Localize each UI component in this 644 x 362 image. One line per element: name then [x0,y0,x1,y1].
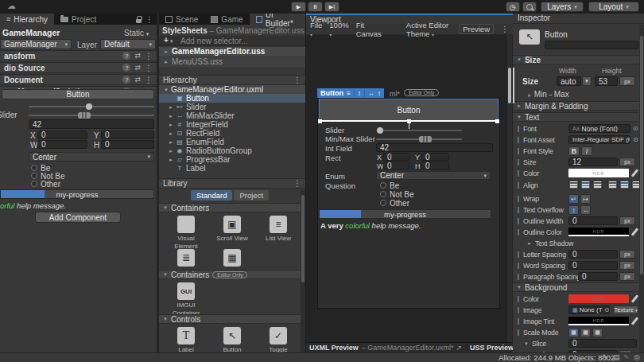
font-asset-object-field[interactable]: Inter-Regular SDF (F [568,135,630,144]
foldout-icon[interactable]: ► [169,123,173,127]
height-field[interactable]: 53 [595,76,618,86]
add-component-button[interactable]: Add Component [35,212,121,223]
tab-ui-builder[interactable]: UI Builder* [250,14,305,25]
component-transform[interactable]: ansform?⇄⋮ [0,50,157,61]
layout-dropdown[interactable]: Layout▾ [588,2,639,12]
image-type-dropdown[interactable]: Texture▾ [613,306,638,314]
bold-button[interactable]: B [568,146,580,156]
element-name-field[interactable] [545,41,638,49]
open-external-icon[interactable]: ↗ [453,344,464,352]
status-check-icon[interactable]: ◎ [634,353,640,361]
x-field[interactable]: 0 [37,130,87,139]
paragraph-spacing-field[interactable]: 0 [578,272,618,281]
library-tab-project[interactable]: Project [234,190,269,200]
word-spacing-field[interactable]: 0 [568,261,618,270]
library-tab-standard[interactable]: Standard [191,190,233,200]
uxml-preview-title[interactable]: UXML Preview [306,344,359,352]
foldout-icon[interactable]: ► [169,158,173,162]
radio-not-be[interactable] [380,191,386,197]
preset-icon[interactable]: ⇄ [134,64,141,72]
unit-dropdown[interactable]: px [619,216,635,225]
library-item-visual-element[interactable]: Visual Element [164,216,208,250]
controls-section-header[interactable]: ▼Controls [159,314,305,324]
inspector-scrollbar[interactable] [639,25,644,352]
unit-dropdown[interactable]: px [619,250,635,259]
canvas-int-field[interactable]: 42 [376,143,493,152]
uss-preview-title[interactable]: USS Preview [470,344,514,352]
font-object-field[interactable]: AaNone (Font) [568,124,630,133]
overflow-clip-button[interactable]: ↕ [568,205,579,215]
margin-padding-header[interactable]: ►Margin & Padding [513,101,644,111]
eyedropper-icon[interactable] [631,228,638,235]
tree-item-label[interactable]: TLabel [159,164,305,173]
letter-spacing-field[interactable]: 0 [568,250,618,259]
italic-button[interactable]: I [581,146,592,156]
text-section-header[interactable]: ▼Text [513,112,644,122]
object-picker-icon[interactable]: ⊙ [633,125,638,132]
canvas-enum-dropdown[interactable]: Center▾ [376,171,491,180]
kebab-icon[interactable]: ⋮ [293,179,301,188]
foldout-icon[interactable]: ► [164,60,169,64]
library-item-list-view[interactable]: ≡List View [256,216,301,243]
y-field[interactable]: 0 [101,130,154,139]
layer-dropdown[interactable]: Default▾ [100,39,156,49]
radio-other[interactable] [31,181,37,187]
x-field[interactable]: 0 [383,153,409,161]
w-field[interactable]: 0 [37,140,87,149]
width-unit-dropdown[interactable]: ▾ [582,76,592,86]
wrap-off-button[interactable]: ↦ [580,194,591,204]
viewport-scrollbar[interactable] [507,35,512,342]
foldout-icon[interactable]: ▼ [164,88,169,92]
slice-row[interactable]: ▼Slice 0 [513,338,644,348]
enum-dropdown[interactable]: Center▾ [29,152,154,162]
size-section-header[interactable]: ▼Size [513,55,644,64]
tree-item-slider[interactable]: ►⊷Slider [159,103,305,111]
scale-stretch-button[interactable]: ▦ [568,328,579,337]
help-icon[interactable]: ? [122,64,130,72]
wrap-on-button[interactable]: ↵ [568,194,579,204]
layers-dropdown[interactable]: Layers▾ [541,2,584,12]
image-tint-swatch[interactable]: HDR [568,317,629,325]
tree-item-radiobuttongroup[interactable]: ►◉RadioButtonGroup [159,146,305,155]
tab-game[interactable]: Game [204,14,249,25]
slider-knob[interactable] [86,103,92,110]
radio-be[interactable] [380,182,386,189]
unit-dropdown[interactable]: px [619,261,635,270]
object-picker-icon[interactable]: ⊙ [633,136,638,143]
play-button[interactable]: ▶ [291,2,306,12]
radio-be[interactable] [31,165,37,171]
preview-toggle[interactable]: Preview [459,24,494,34]
inspector-slider[interactable] [29,106,154,107]
library-item-scroll-view[interactable]: ▣Scroll View [210,216,254,243]
outline-color-swatch[interactable]: HDR [568,228,629,236]
add-selector-input[interactable]: Add new selector... [180,37,248,45]
selection-header[interactable]: Button ≡ ↕ ↔ ↕ [317,88,384,98]
minmax-handle[interactable] [78,112,91,119]
preset-icon[interactable]: ⇄ [134,52,141,60]
align-right-button[interactable] [592,180,603,189]
library-item-button-control[interactable]: ↖Button [210,327,254,354]
w-field[interactable]: 0 [383,162,409,169]
undo-history-button[interactable]: ◷ [506,2,520,12]
inspector-preview-button[interactable]: Button [2,89,154,99]
overflow-ellipsis-button[interactable]: ↔ [580,205,591,215]
edit-icon[interactable]: ✎ [602,353,608,361]
tree-item-enumfield[interactable]: ►▤EnumField [159,138,305,146]
radio-other[interactable] [380,200,386,206]
stretch-icon[interactable]: ↕ [378,90,381,97]
foldout-icon[interactable]: ► [169,149,173,154]
horizontal-resize-icon[interactable]: ↔ [364,90,374,97]
resize-handle-right[interactable] [495,119,499,123]
component-audio-source[interactable]: dio Source?⇄⋮ [0,62,157,73]
tree-item-progressbar[interactable]: ►▱ProgressBar [159,155,305,164]
canvas-slider[interactable] [376,130,462,131]
font-size-field[interactable]: 12 [568,158,618,166]
zoom-dropdown[interactable]: 100% ▾ [329,21,348,38]
edit-disabled-icon[interactable]: ✎ [623,353,630,361]
h-field[interactable]: 0 [421,162,449,169]
component-ui-document[interactable]: Document?⇄⋮ [0,74,157,85]
tab-scene[interactable]: Scene [159,14,204,25]
min-max-foldout[interactable]: ► Min - Max [527,90,569,99]
foldout-icon[interactable]: ► [169,140,173,145]
tree-root[interactable]: ▼GameManagerEditor.uxml [159,85,305,94]
